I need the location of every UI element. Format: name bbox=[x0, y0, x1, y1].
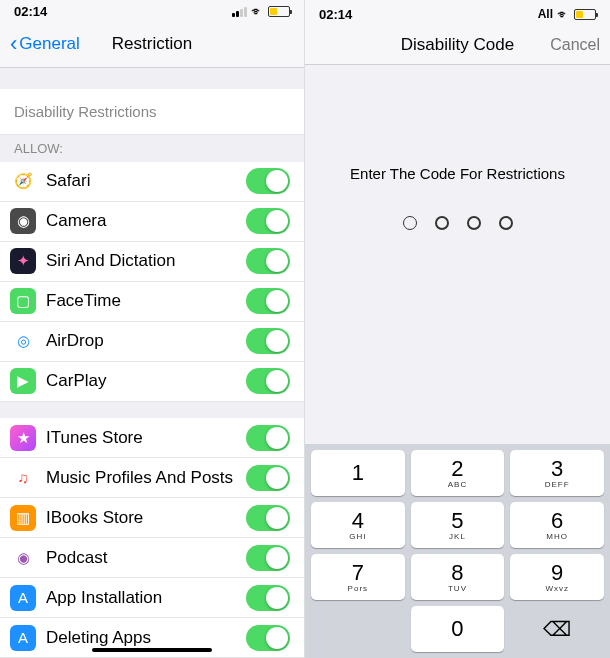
ibooks-store-icon: ▥ bbox=[10, 505, 36, 531]
keypad-3[interactable]: 3DEFF bbox=[510, 450, 604, 496]
row-label: AirDrop bbox=[46, 331, 246, 351]
keypad-9[interactable]: 9Wxvz bbox=[510, 554, 604, 600]
disability-restrictions-link[interactable]: Disability Restrictions bbox=[0, 89, 304, 135]
nav-bar: ‹ General Restriction bbox=[0, 23, 304, 68]
app-installation-toggle[interactable] bbox=[246, 585, 290, 611]
deleting-apps-toggle[interactable] bbox=[246, 625, 290, 651]
status-icons: ᯤ bbox=[232, 4, 290, 19]
page-title: Restriction bbox=[112, 34, 192, 54]
keypad-6[interactable]: 6MHO bbox=[510, 502, 604, 548]
key-number: 8 bbox=[451, 562, 463, 584]
keypad-5[interactable]: 5JKL bbox=[411, 502, 505, 548]
app-installation-icon: A bbox=[10, 585, 36, 611]
allow-list-2: ★ITunes Store♫Music Profiles And Posts▥I… bbox=[0, 418, 304, 658]
setting-row-camera: ◉Camera bbox=[0, 202, 304, 242]
podcast-toggle[interactable] bbox=[246, 545, 290, 571]
podcast-icon: ◉ bbox=[10, 545, 36, 571]
restrictions-screen: 02:14 ᯤ ‹ General Restriction Disability… bbox=[0, 0, 305, 658]
page-title: Disability Code bbox=[401, 35, 514, 55]
passcode-screen: 02:14 All ᯤ Disability Code Cancel Enter… bbox=[305, 0, 610, 658]
setting-row-siri-and-dictation: ✦Siri And Dictation bbox=[0, 242, 304, 282]
back-label: General bbox=[19, 34, 79, 54]
setting-row-facetime: ▢FaceTime bbox=[0, 282, 304, 322]
key-number: 9 bbox=[551, 562, 563, 584]
carplay-toggle[interactable] bbox=[246, 368, 290, 394]
setting-row-airdrop: ◎AirDrop bbox=[0, 322, 304, 362]
keypad-delete[interactable]: ⌫ bbox=[510, 606, 604, 652]
row-label: IBooks Store bbox=[46, 508, 246, 528]
key-number: 0 bbox=[451, 618, 463, 640]
battery-icon bbox=[574, 9, 596, 20]
siri-and-dictation-icon: ✦ bbox=[10, 248, 36, 274]
row-label: Siri And Dictation bbox=[46, 251, 246, 271]
key-letters: MHO bbox=[546, 532, 568, 541]
camera-toggle[interactable] bbox=[246, 208, 290, 234]
row-label: Safari bbox=[46, 171, 246, 191]
row-label: Podcast bbox=[46, 548, 246, 568]
key-number: 1 bbox=[352, 462, 364, 484]
airdrop-toggle[interactable] bbox=[246, 328, 290, 354]
keypad-7[interactable]: 7Pors bbox=[311, 554, 405, 600]
status-bar: 02:14 ᯤ bbox=[0, 0, 304, 23]
passcode-dot bbox=[499, 216, 513, 230]
key-letters: Pors bbox=[348, 584, 368, 593]
setting-row-podcast: ◉Podcast bbox=[0, 538, 304, 578]
siri-and-dictation-toggle[interactable] bbox=[246, 248, 290, 274]
status-time: 02:14 bbox=[319, 7, 352, 22]
facetime-toggle[interactable] bbox=[246, 288, 290, 314]
passcode-dots bbox=[305, 202, 610, 244]
safari-icon: 🧭 bbox=[10, 168, 36, 194]
row-label: Camera bbox=[46, 211, 246, 231]
music-profiles-and-posts-toggle[interactable] bbox=[246, 465, 290, 491]
status-time: 02:14 bbox=[14, 4, 47, 19]
setting-row-itunes-store: ★ITunes Store bbox=[0, 418, 304, 458]
status-icons: All ᯤ bbox=[538, 7, 596, 22]
keypad-8[interactable]: 8TUV bbox=[411, 554, 505, 600]
row-label: CarPlay bbox=[46, 371, 246, 391]
key-number: 4 bbox=[352, 510, 364, 532]
chevron-left-icon: ‹ bbox=[10, 31, 17, 57]
keypad-1[interactable]: 1 bbox=[311, 450, 405, 496]
key-number: 5 bbox=[451, 510, 463, 532]
deleting-apps-icon: A bbox=[10, 625, 36, 651]
setting-row-app-installation: AApp Installation bbox=[0, 578, 304, 618]
setting-row-carplay: ▶CarPlay bbox=[0, 362, 304, 402]
wifi-icon: ᯤ bbox=[251, 4, 264, 19]
numeric-keypad: 12ABC3DEFF4GHI5JKL6MHO7Pors8TUV9Wxvz0⌫ bbox=[305, 444, 610, 658]
row-label: App Installation bbox=[46, 588, 246, 608]
key-letters: Wxvz bbox=[545, 584, 569, 593]
allow-list-1: 🧭Safari◉Camera✦Siri And Dictation▢FaceTi… bbox=[0, 162, 304, 402]
key-letters: DEFF bbox=[545, 480, 570, 489]
carrier-label: All bbox=[538, 7, 553, 21]
row-label: FaceTime bbox=[46, 291, 246, 311]
setting-row-deleting-apps: ADeleting Apps bbox=[0, 618, 304, 658]
itunes-store-icon: ★ bbox=[10, 425, 36, 451]
itunes-store-toggle[interactable] bbox=[246, 425, 290, 451]
nav-bar: Disability Code Cancel bbox=[305, 28, 610, 65]
facetime-icon: ▢ bbox=[10, 288, 36, 314]
cancel-button[interactable]: Cancel bbox=[550, 36, 600, 54]
passcode-prompt: Enter The Code For Restrictions bbox=[305, 65, 610, 202]
allow-header: ALLOW: bbox=[0, 135, 304, 162]
setting-row-safari: 🧭Safari bbox=[0, 162, 304, 202]
row-label: Music Profiles And Posts bbox=[46, 468, 246, 488]
airdrop-icon: ◎ bbox=[10, 328, 36, 354]
setting-row-music-profiles-and-posts: ♫Music Profiles And Posts bbox=[0, 458, 304, 498]
key-number: 3 bbox=[551, 458, 563, 480]
home-indicator[interactable] bbox=[92, 648, 212, 652]
ibooks-store-toggle[interactable] bbox=[246, 505, 290, 531]
safari-toggle[interactable] bbox=[246, 168, 290, 194]
carplay-icon: ▶ bbox=[10, 368, 36, 394]
row-label: Deleting Apps bbox=[46, 628, 246, 648]
status-bar: 02:14 All ᯤ bbox=[305, 0, 610, 28]
key-letters: GHI bbox=[349, 532, 366, 541]
passcode-dot bbox=[435, 216, 449, 230]
back-button[interactable]: ‹ General bbox=[10, 31, 80, 57]
keypad-2[interactable]: 2ABC bbox=[411, 450, 505, 496]
keypad-4[interactable]: 4GHI bbox=[311, 502, 405, 548]
key-number: 7 bbox=[352, 562, 364, 584]
key-letters: JKL bbox=[449, 532, 466, 541]
passcode-dot bbox=[467, 216, 481, 230]
keypad-0[interactable]: 0 bbox=[411, 606, 505, 652]
key-number: 2 bbox=[451, 458, 463, 480]
